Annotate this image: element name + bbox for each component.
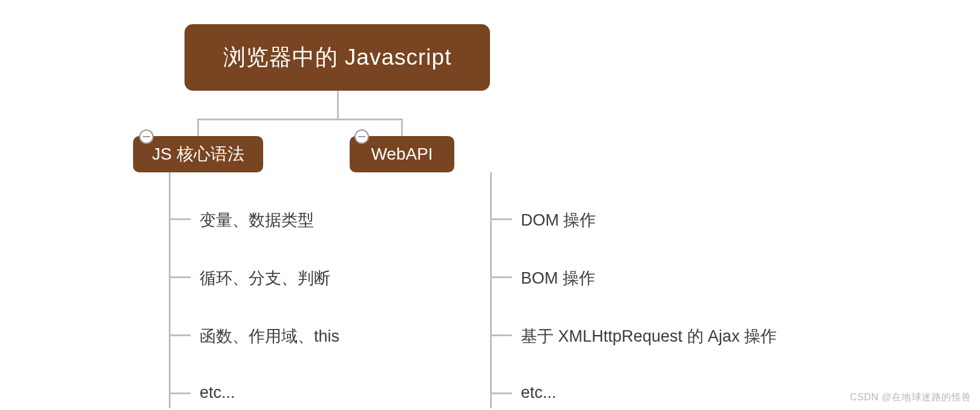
- leaf-item: etc...: [200, 383, 235, 402]
- connector-line: [490, 276, 512, 278]
- collapse-toggle-icon[interactable]: [354, 129, 369, 144]
- child-node-js-core: JS 核心语法: [133, 136, 263, 172]
- leaf-item: DOM 操作: [521, 209, 596, 231]
- connector-line: [401, 119, 403, 137]
- leaf-item: 基于 XMLHttpRequest 的 Ajax 操作: [521, 325, 777, 347]
- child-label: WebAPI: [371, 145, 433, 164]
- child-label: JS 核心语法: [152, 143, 244, 166]
- watermark-text: CSDN @在地球迷路的怪兽: [850, 391, 972, 404]
- collapse-toggle-icon[interactable]: [139, 129, 154, 144]
- connector-line: [490, 172, 492, 408]
- leaf-item: etc...: [521, 383, 557, 402]
- connector-line: [169, 392, 191, 394]
- leaf-item: 函数、作用域、this: [200, 325, 339, 347]
- connector-line: [490, 218, 512, 220]
- connector-line: [337, 91, 339, 120]
- connector-line: [197, 119, 402, 120]
- connector-line: [490, 334, 512, 336]
- connector-line: [490, 392, 512, 394]
- leaf-item: 循环、分支、判断: [200, 267, 330, 289]
- mindmap-canvas: 浏览器中的 Javascript JS 核心语法 WebAPI 变量、数据类型 …: [0, 0, 980, 410]
- root-node: 浏览器中的 Javascript: [185, 24, 490, 91]
- connector-line: [169, 334, 191, 336]
- leaf-item: BOM 操作: [521, 267, 595, 289]
- connector-line: [169, 218, 191, 220]
- connector-line: [197, 119, 199, 137]
- connector-line: [169, 172, 171, 408]
- connector-line: [169, 276, 191, 278]
- root-label: 浏览器中的 Javascript: [223, 42, 452, 73]
- leaf-item: 变量、数据类型: [200, 209, 314, 231]
